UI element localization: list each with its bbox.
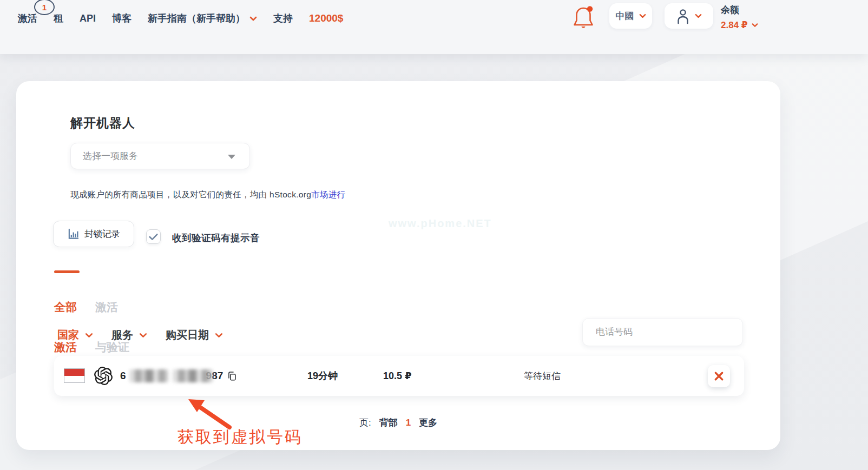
nav-label: 租: [54, 12, 63, 25]
status-text: 等待短信: [524, 356, 561, 396]
nav-label: 新手指南（新手帮助）: [148, 12, 245, 25]
balance-label: 余额: [721, 4, 758, 16]
annotation-text: 获取到虚拟号码: [177, 426, 303, 448]
chevron-down-icon: [752, 23, 758, 28]
chevron-down-icon: [695, 14, 702, 18]
service-select-placeholder: 选择一项服务: [83, 150, 138, 162]
notification-dot: [587, 6, 593, 11]
activation-row: 6 987 19分钟 10.5 ₽ 等待短信: [54, 356, 744, 396]
nav-item-promo-amount[interactable]: 12000$: [309, 12, 343, 24]
price: 10.5 ₽: [383, 356, 412, 396]
chevron-down-icon: [249, 16, 257, 21]
sound-alert-checkbox[interactable]: [146, 229, 161, 244]
nav-item-api[interactable]: API: [80, 13, 96, 24]
tab-line: 激活: [95, 297, 129, 317]
annotation-arrow-icon: [169, 389, 239, 430]
openai-logo-icon: [94, 367, 113, 385]
page-title: 解开机器人: [70, 115, 135, 131]
balance-dropdown[interactable]: 2.84 ₽: [721, 19, 758, 31]
nav-item-activate[interactable]: 激活 1: [18, 12, 37, 25]
block-log-button[interactable]: 封锁记录: [53, 221, 134, 247]
tab-line: 全部: [54, 297, 77, 317]
nav-label: 激活: [18, 12, 37, 25]
block-log-label: 封锁记录: [84, 228, 120, 240]
pagination: 页: 背部 1 更多: [16, 416, 780, 429]
close-icon: [714, 371, 724, 381]
check-icon: [149, 233, 158, 241]
pagination-page-1[interactable]: 1: [406, 418, 411, 428]
redacted-digits: [129, 369, 168, 382]
main-nav: 激活 1 租 API 博客 新手指南（新手帮助） 支持 12000$: [18, 12, 343, 25]
nav-label: API: [80, 13, 96, 24]
caret-down-icon: [228, 155, 235, 159]
pagination-more[interactable]: 更多: [419, 416, 437, 429]
marketplace-notice: 现成账户的所有商品项目，以及对它们的责任，均由 hStock.org市场进行: [70, 189, 345, 201]
time-remaining: 19分钟: [307, 356, 338, 396]
account-menu[interactable]: [665, 3, 713, 29]
person-icon: [676, 8, 690, 24]
indonesia-flag-icon: [64, 368, 85, 383]
activation-panel: 解开机器人 选择一项服务 现成账户的所有商品项目，以及对它们的责任，均由 hSt…: [16, 81, 780, 450]
page: 激活 1 租 API 博客 新手指南（新手帮助） 支持 12000$ 中國: [0, 0, 868, 470]
balance-value: 2.84 ₽: [721, 19, 748, 31]
nav-label: 12000$: [309, 12, 343, 24]
notifications-button[interactable]: [571, 4, 595, 29]
pagination-back[interactable]: 背部: [379, 416, 398, 429]
filter-purchase-date[interactable]: 购买日期: [166, 328, 223, 342]
nav-item-guide[interactable]: 新手指南（新手帮助）: [148, 12, 257, 25]
phone-number-search-input[interactable]: [582, 318, 743, 346]
notice-text: 现成账户的所有商品项目，以及对它们的责任，均由 hStock.org: [70, 190, 311, 199]
nav-item-blog[interactable]: 博客: [112, 12, 131, 25]
chevron-down-icon: [215, 333, 223, 338]
service-select[interactable]: 选择一项服务: [70, 143, 250, 169]
number-prefix: 6: [120, 370, 126, 382]
sound-alert-label: 收到验证码有提示音: [172, 231, 260, 244]
redacted-digits: [173, 369, 213, 382]
language-selector[interactable]: 中國: [609, 3, 652, 29]
pagination-label: 页:: [359, 416, 371, 429]
active-tab-indicator: [54, 270, 80, 273]
filter-label: 服务: [111, 328, 133, 342]
filter-bar: 国家 服务 购买日期: [57, 328, 223, 342]
filter-label: 购买日期: [166, 328, 209, 342]
watermark: www.pHome.NET: [389, 217, 492, 230]
top-navigation-bar: 激活 1 租 API 博客 新手指南（新手帮助） 支持 12000$ 中國: [0, 0, 868, 54]
nav-item-support[interactable]: 支持: [273, 12, 293, 25]
step-badge: 1: [34, 0, 55, 15]
chevron-down-icon: [639, 14, 646, 18]
balance-widget: 余额 2.84 ₽: [721, 4, 758, 31]
copy-icon: [227, 371, 236, 381]
nav-item-rent[interactable]: 租: [54, 12, 63, 25]
language-label: 中國: [616, 10, 634, 22]
marketplace-link[interactable]: 市场进行: [311, 190, 345, 199]
nav-label: 支持: [273, 12, 293, 25]
nav-label: 博客: [112, 12, 131, 25]
filter-service[interactable]: 服务: [111, 328, 147, 342]
copy-number-button[interactable]: [227, 371, 236, 381]
chevron-down-icon: [85, 333, 93, 338]
cancel-activation-button[interactable]: [708, 365, 730, 387]
filter-label: 国家: [57, 328, 79, 342]
bell-icon: [571, 4, 595, 29]
chevron-down-icon: [139, 333, 147, 338]
bar-chart-icon: [67, 228, 80, 240]
filter-country[interactable]: 国家: [57, 328, 93, 342]
